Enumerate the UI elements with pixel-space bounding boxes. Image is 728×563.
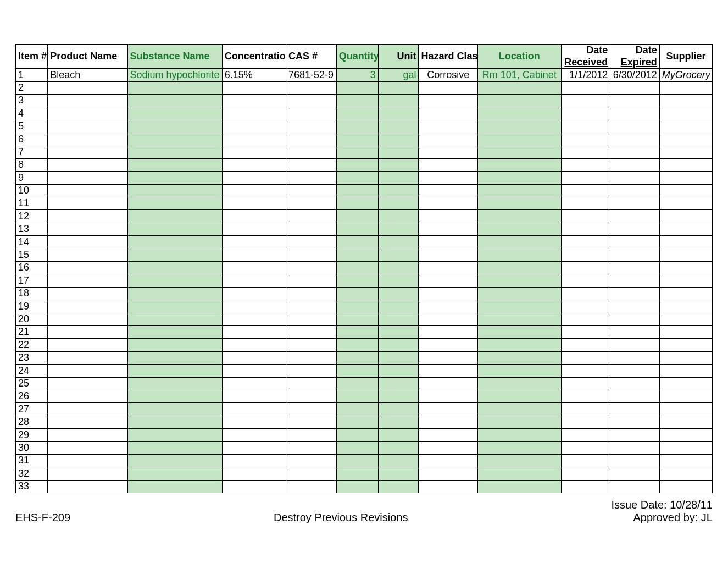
- cell[interactable]: [659, 365, 712, 377]
- cell[interactable]: 21: [16, 326, 48, 339]
- cell[interactable]: [659, 107, 712, 120]
- cell[interactable]: [378, 107, 419, 120]
- cell[interactable]: [561, 287, 610, 300]
- cell[interactable]: [561, 236, 610, 249]
- cell[interactable]: [477, 236, 561, 249]
- cell[interactable]: [419, 467, 477, 480]
- cell[interactable]: [336, 262, 378, 274]
- cell[interactable]: [286, 274, 336, 287]
- cell[interactable]: [610, 403, 659, 416]
- cell[interactable]: [48, 249, 127, 261]
- cell[interactable]: [336, 313, 378, 325]
- cell[interactable]: [610, 454, 659, 467]
- cell[interactable]: 13: [16, 223, 48, 235]
- cell[interactable]: [286, 107, 336, 120]
- cell[interactable]: [477, 249, 561, 261]
- cell[interactable]: [336, 326, 378, 339]
- cell[interactable]: [286, 197, 336, 210]
- cell[interactable]: [610, 300, 659, 313]
- cell[interactable]: [659, 403, 712, 416]
- cell[interactable]: [378, 339, 419, 351]
- cell[interactable]: [659, 416, 712, 428]
- cell[interactable]: 32: [16, 467, 48, 480]
- cell[interactable]: [127, 197, 222, 210]
- cell[interactable]: [222, 94, 286, 107]
- cell[interactable]: [222, 467, 286, 480]
- cell[interactable]: [127, 326, 222, 339]
- cell[interactable]: [561, 223, 610, 235]
- cell[interactable]: [48, 480, 127, 493]
- cell[interactable]: [610, 377, 659, 390]
- cell[interactable]: [561, 467, 610, 480]
- cell[interactable]: [127, 146, 222, 158]
- cell[interactable]: [378, 429, 419, 441]
- cell[interactable]: 28: [16, 416, 48, 428]
- cell[interactable]: [659, 81, 712, 94]
- cell[interactable]: [336, 403, 378, 416]
- cell[interactable]: [561, 197, 610, 210]
- cell[interactable]: [659, 429, 712, 441]
- cell[interactable]: [336, 184, 378, 197]
- cell[interactable]: 6: [16, 133, 48, 146]
- cell[interactable]: [222, 158, 286, 171]
- cell[interactable]: [659, 300, 712, 313]
- cell[interactable]: [561, 120, 610, 133]
- cell[interactable]: [336, 365, 378, 377]
- cell[interactable]: [127, 172, 222, 184]
- cell[interactable]: [561, 184, 610, 197]
- cell[interactable]: [222, 120, 286, 133]
- cell[interactable]: [561, 81, 610, 94]
- cell[interactable]: [561, 403, 610, 416]
- cell[interactable]: [561, 351, 610, 364]
- cell[interactable]: [610, 158, 659, 171]
- cell[interactable]: [336, 94, 378, 107]
- cell[interactable]: [610, 249, 659, 261]
- cell[interactable]: [222, 377, 286, 390]
- cell[interactable]: [419, 365, 477, 377]
- cell[interactable]: [659, 223, 712, 235]
- cell[interactable]: [419, 416, 477, 428]
- cell[interactable]: [222, 81, 286, 94]
- cell[interactable]: [378, 377, 419, 390]
- cell[interactable]: [561, 416, 610, 428]
- cell[interactable]: [48, 403, 127, 416]
- cell[interactable]: [127, 416, 222, 428]
- cell[interactable]: [477, 441, 561, 454]
- cell[interactable]: [336, 287, 378, 300]
- cell[interactable]: [561, 249, 610, 261]
- cell[interactable]: [561, 429, 610, 441]
- cell[interactable]: [477, 416, 561, 428]
- cell[interactable]: 3: [336, 69, 378, 81]
- cell[interactable]: [286, 351, 336, 364]
- cell[interactable]: [610, 365, 659, 377]
- cell[interactable]: [659, 480, 712, 493]
- cell[interactable]: [378, 158, 419, 171]
- cell[interactable]: [477, 94, 561, 107]
- cell[interactable]: [48, 184, 127, 197]
- cell[interactable]: 15: [16, 249, 48, 261]
- cell[interactable]: [48, 146, 127, 158]
- cell[interactable]: [477, 454, 561, 467]
- cell[interactable]: [222, 236, 286, 249]
- cell[interactable]: [286, 300, 336, 313]
- cell[interactable]: [336, 467, 378, 480]
- cell[interactable]: [610, 133, 659, 146]
- cell[interactable]: [48, 236, 127, 249]
- cell[interactable]: [477, 339, 561, 351]
- cell[interactable]: [286, 429, 336, 441]
- cell[interactable]: 2: [16, 81, 48, 94]
- cell[interactable]: 1: [16, 69, 48, 81]
- cell[interactable]: [561, 480, 610, 493]
- cell[interactable]: [610, 313, 659, 325]
- cell[interactable]: [222, 313, 286, 325]
- cell[interactable]: [659, 390, 712, 402]
- cell[interactable]: [222, 249, 286, 261]
- cell[interactable]: [419, 377, 477, 390]
- cell[interactable]: [378, 365, 419, 377]
- cell[interactable]: [222, 133, 286, 146]
- cell[interactable]: [286, 184, 336, 197]
- cell[interactable]: [336, 120, 378, 133]
- cell[interactable]: [659, 197, 712, 210]
- cell[interactable]: [610, 351, 659, 364]
- cell[interactable]: 9: [16, 172, 48, 184]
